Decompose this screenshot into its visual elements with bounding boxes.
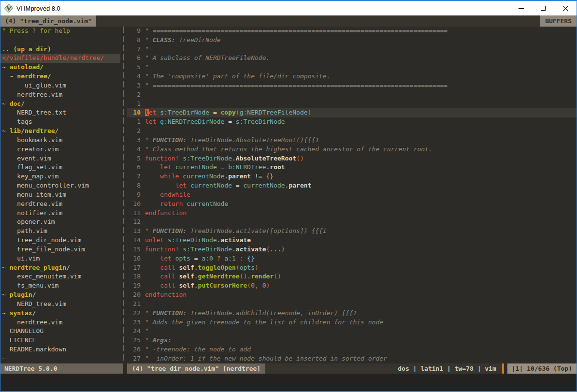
- line-number: 5: [127, 63, 141, 72]
- code-line[interactable]: 22" FUNCTION: TreeDirNode.addChild(treen…: [127, 309, 577, 318]
- nerdtree-item[interactable]: notifier.vim: [0, 209, 120, 218]
- code-line[interactable]: 3" =====================================…: [127, 81, 577, 90]
- nerdtree-item[interactable]: ~ autoload/: [0, 63, 120, 72]
- code-line[interactable]: 24": [127, 327, 577, 336]
- nerdtree-item[interactable]: menu_item.vim: [0, 190, 120, 200]
- code-line[interactable]: 9 endwhile: [127, 190, 577, 200]
- line-number: 21: [127, 300, 141, 309]
- line-number: 7: [127, 45, 141, 54]
- code-line[interactable]: 7": [127, 45, 577, 54]
- nerdtree-item[interactable]: LICENCE: [0, 336, 120, 345]
- line-number: 13: [127, 227, 141, 236]
- nerdtree-item[interactable]: nerdtree.vim: [0, 90, 120, 100]
- nerdtree-item[interactable]: ~ plugin/: [0, 290, 120, 300]
- nerdtree-item[interactable]: exec_menuitem.vim: [0, 272, 120, 281]
- line-number: 24: [127, 327, 141, 336]
- code-line[interactable]: 8 let currentNode = currentNode.parent: [127, 181, 577, 190]
- code-line[interactable]: 8" CLASS: TreeDirNode: [127, 36, 577, 45]
- code-line[interactable]: 12: [127, 218, 577, 227]
- file-flags: dos | latin1 | tw=78 | vim: [265, 363, 502, 374]
- code-line[interactable]: 19 call self.putCursorHere(0, 0): [127, 281, 577, 290]
- nerdtree-item[interactable]: .. (up a dir): [0, 45, 120, 54]
- code-line[interactable]: 17 call self.toggleOpen(opts): [127, 263, 577, 273]
- code-line[interactable]: 16 let opts = a:0 ? a:1 : {}: [127, 254, 577, 263]
- editor-pane[interactable]: 9" =====================================…: [127, 27, 577, 363]
- line-number: 27: [127, 354, 141, 363]
- code-line[interactable]: 5": [127, 63, 577, 72]
- nerdtree-item[interactable]: menu_controller.vim: [0, 181, 120, 190]
- close-button[interactable]: [554, 1, 577, 15]
- code-line[interactable]: 3" FUNCTION: TreeDirNode.AbsoluteTreeRoo…: [127, 136, 577, 145]
- nerdtree-item[interactable]: NERD_tree.vim: [0, 300, 120, 309]
- nerdtree-item[interactable]: ~ nerdtree_plugin/: [0, 263, 120, 273]
- nerdtree-item[interactable]: bookmark.vim: [0, 136, 120, 145]
- code-line[interactable]: 5function! s:TreeDirNode.AbsoluteTreeRoo…: [127, 154, 577, 163]
- code-line[interactable]: 2: [127, 90, 577, 100]
- minimize-button[interactable]: [510, 1, 532, 15]
- code-line[interactable]: 13" FUNCTION: TreeDirNode.activate([opti…: [127, 227, 577, 236]
- code-line[interactable]: 18 call self.getNerdtree().render(): [127, 272, 577, 281]
- nerdtree-item[interactable]: NERD_tree.txt: [0, 108, 120, 117]
- nerdtree-item[interactable]: nerdtree.vim: [0, 318, 120, 327]
- nerdtree-item[interactable]: ui_glue.vim: [0, 81, 120, 90]
- nerdtree-item[interactable]: flag_set.vim: [0, 163, 120, 172]
- nerdtree-item[interactable]: [0, 36, 120, 45]
- vertical-split-handle[interactable]: [120, 27, 127, 363]
- nerdtree-item[interactable]: path.vim: [0, 227, 120, 236]
- nerdtree-item[interactable]: tags: [0, 117, 120, 127]
- nerdtree-item[interactable]: creator.vim: [0, 145, 120, 154]
- code-line[interactable]: 7 while currentNode.parent != {}: [127, 172, 577, 181]
- code-line[interactable]: 4" The 'composite' part of the file/dir …: [127, 72, 577, 81]
- nerdtree-item[interactable]: event.vim: [0, 154, 120, 163]
- code-line[interactable]: 25" Args:: [127, 336, 577, 345]
- nerdtree-item[interactable]: " Press ? for help: [0, 27, 120, 36]
- command-line[interactable]: [0, 374, 577, 391]
- code-line[interactable]: 15function! s:TreeDirNode.activate(...): [127, 245, 577, 254]
- nerdtree-item[interactable]: nerdtree.vim: [0, 200, 120, 209]
- code-line[interactable]: 26" -treenode: the node to add: [127, 345, 577, 354]
- nerdtree-item[interactable]: tree_file_node.vim: [0, 245, 120, 254]
- line-number: 2: [127, 127, 141, 136]
- nerdtree-item[interactable]: opener.vim: [0, 218, 120, 227]
- code-line[interactable]: 21: [127, 300, 577, 309]
- code-line[interactable]: 9" =====================================…: [127, 27, 577, 36]
- nerdtree-item[interactable]: ~ nerdtree/: [0, 72, 120, 81]
- code-line[interactable]: 4" Class method that returns the highest…: [127, 145, 577, 154]
- nerdtree-item[interactable]: ~ lib/nerdtree/: [0, 127, 120, 136]
- nerdtree-item[interactable]: ui.vim: [0, 254, 120, 263]
- code-line[interactable]: 20endfunction: [127, 290, 577, 300]
- code-line[interactable]: 27" -inOrder: 1 if the new node should b…: [127, 354, 577, 363]
- tab-tree-dir-node[interactable]: (4) "tree_dir_node.vim": [0, 15, 96, 27]
- line-number: 10: [127, 108, 141, 117]
- nerdtree-item[interactable]: tree_dir_node.vim: [0, 236, 120, 245]
- line-number: 5: [127, 154, 141, 163]
- maximize-button[interactable]: [532, 1, 554, 15]
- code-line-current[interactable]: 10let s:TreeDirNode = copy(g:NERDTreeFil…: [127, 108, 577, 117]
- code-line[interactable]: 1let g:NERDTreeDirNode = s:TreeDirNode: [127, 117, 577, 127]
- line-number: 17: [127, 263, 141, 273]
- nerdtree-item[interactable]: ~ syntax/: [0, 309, 120, 318]
- line-number: 3: [127, 81, 141, 90]
- code-line[interactable]: 2: [127, 127, 577, 136]
- code-line[interactable]: 14unlet s:TreeDirNode.activate: [127, 236, 577, 245]
- code-line[interactable]: 1: [127, 100, 577, 109]
- nerdtree-item[interactable]: key_map.vim: [0, 172, 120, 181]
- code-line[interactable]: 10 return currentNode: [127, 200, 577, 209]
- line-number: 7: [127, 172, 141, 181]
- code-line[interactable]: 23" Adds the given treenode to the list …: [127, 318, 577, 327]
- file-status: (4) "tree_dir_node.vim" [nerdtree]: [127, 363, 265, 374]
- nerdtree-item[interactable]: ~: [0, 354, 120, 363]
- line-number: 1: [127, 100, 141, 109]
- code-line[interactable]: 6" A subclass of NERDTreeFileNode.: [127, 54, 577, 63]
- code-line[interactable]: 11endfunction: [127, 209, 577, 218]
- nerdtree-item[interactable]: README.markdown: [0, 345, 120, 354]
- nerdtree-pane[interactable]: " Press ? for help.. (up a dir)</vimfile…: [0, 27, 120, 363]
- nerdtree-item[interactable]: fs_menu.vim: [0, 281, 120, 290]
- line-number: 19: [127, 281, 141, 290]
- code-line[interactable]: 6 let currentNode = b:NERDTree.root: [127, 163, 577, 172]
- minimize-icon: [519, 8, 524, 9]
- nerdtree-item[interactable]: ~ doc/: [0, 100, 120, 109]
- buffers-label[interactable]: BUFFERS: [540, 15, 577, 27]
- nerdtree-item-selected[interactable]: </vimfiles/bundle/nerdtree/: [0, 54, 120, 63]
- nerdtree-item[interactable]: CHANGELOG: [0, 327, 120, 336]
